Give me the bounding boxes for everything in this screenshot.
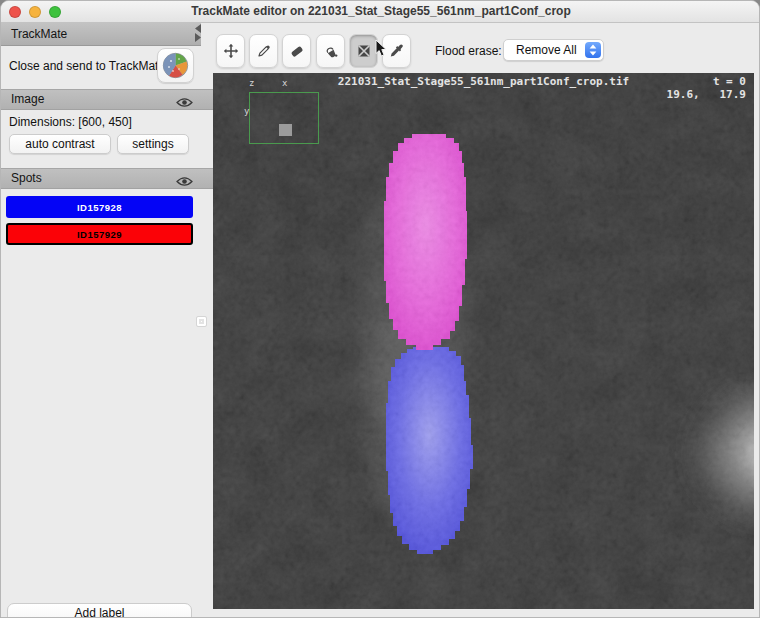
canvas-artwork xyxy=(213,73,754,609)
close-window-icon[interactable] xyxy=(9,6,21,18)
canvas-timepoint: t = 0 xyxy=(713,75,746,88)
move-tool-button[interactable] xyxy=(216,34,245,68)
sidebar: TrackMate Close and send to TrackMate Im… xyxy=(1,23,213,618)
dimensions-label: Dimensions: [600, 450] xyxy=(9,115,132,129)
splitter-grip[interactable] xyxy=(196,316,207,327)
spots-section-title: Spots xyxy=(11,169,42,188)
axis-label-y: y xyxy=(244,106,249,116)
nav-overview-box[interactable] xyxy=(249,92,319,144)
trackmate-editor-window: TrackMate editor on 221031_Stat_Stage55_… xyxy=(0,0,760,618)
title-bar: TrackMate editor on 221031_Stat_Stage55_… xyxy=(1,1,760,23)
axis-label-x: x xyxy=(282,78,287,88)
tab-trackmate[interactable]: TrackMate xyxy=(1,23,201,46)
image-section-title: Image xyxy=(11,90,44,109)
move-icon xyxy=(223,43,239,59)
trackmate-logo-icon xyxy=(162,52,189,79)
add-label-button[interactable]: Add label xyxy=(7,603,192,618)
image-section-header: Image xyxy=(1,89,213,110)
tab-label: TrackMate xyxy=(11,23,67,45)
flood-erase-tool-button[interactable] xyxy=(349,34,378,68)
flood-fill-icon xyxy=(323,43,339,59)
eyedropper-icon xyxy=(389,43,405,59)
erase-tool-button[interactable] xyxy=(282,34,311,68)
spot-label-row-selected[interactable]: ID157929 xyxy=(6,223,193,245)
flood-erase-dropdown[interactable]: Remove All xyxy=(503,39,604,61)
dropdown-stepper-icon xyxy=(585,42,601,58)
auto-contrast-button[interactable]: auto contrast xyxy=(9,134,111,154)
trackmate-logo-button[interactable] xyxy=(157,48,194,83)
eraser-icon xyxy=(289,43,305,59)
window-title: TrackMate editor on 221031_Stat_Stage55_… xyxy=(1,1,760,22)
main-panel: Flood erase: Remove All xyxy=(213,23,760,618)
canvas-filename: 221031_Stat_Stage55_561nm_part1Conf_crop… xyxy=(213,75,754,88)
draw-tool-button[interactable] xyxy=(249,34,278,68)
zoom-window-icon[interactable] xyxy=(49,6,61,18)
minimize-window-icon[interactable] xyxy=(29,6,41,18)
flood-erase-icon xyxy=(356,43,372,59)
spots-section-header: Spots xyxy=(1,168,213,189)
image-canvas[interactable]: 221031_Stat_Stage55_561nm_part1Conf_crop… xyxy=(213,73,754,609)
settings-button[interactable]: settings xyxy=(117,134,189,154)
pencil-icon xyxy=(256,43,272,59)
tab-scroll-right-icon[interactable] xyxy=(194,33,202,42)
close-and-send-label: Close and send to TrackMate xyxy=(9,47,165,85)
canvas-pointer-coords: 19.6, 17.9 xyxy=(667,88,746,101)
nav-thumbnail[interactable] xyxy=(279,124,292,136)
select-label-tool-button[interactable] xyxy=(382,34,411,68)
image-visibility-eye-icon[interactable] xyxy=(176,94,193,112)
flood-erase-selected-value: Remove All xyxy=(516,40,577,60)
tab-scroll-left-icon[interactable] xyxy=(194,24,202,33)
axis-label-z: z xyxy=(249,78,254,88)
spots-visibility-eye-icon[interactable] xyxy=(176,173,193,191)
flood-fill-tool-button[interactable] xyxy=(316,34,345,68)
flood-erase-label: Flood erase: xyxy=(435,34,502,68)
spot-label-row[interactable]: ID157928 xyxy=(6,196,193,218)
